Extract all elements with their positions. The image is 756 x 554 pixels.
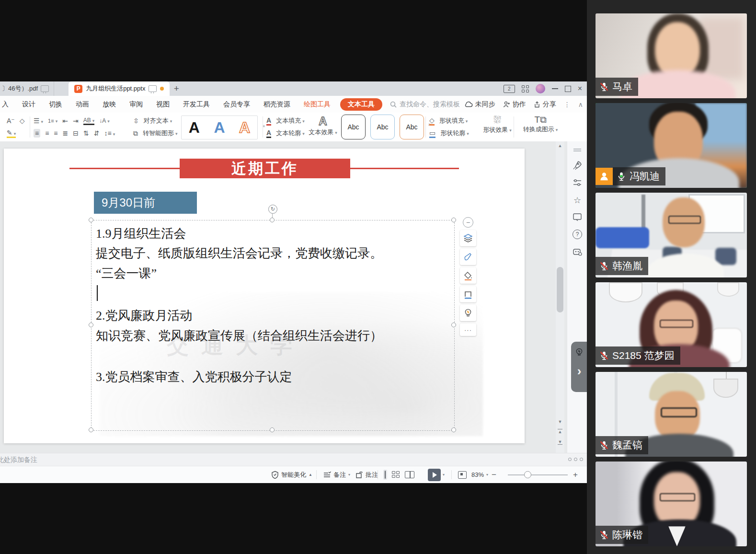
- play-options-caret-icon[interactable]: ▾: [443, 473, 445, 477]
- shape-style-black[interactable]: Abc: [341, 115, 366, 139]
- command-search[interactable]: 查找命令、搜索模板: [390, 100, 460, 109]
- assistant-robot-button[interactable]: [567, 247, 587, 258]
- next-slide-button[interactable]: ▼: [558, 439, 562, 445]
- wordart-style-gallery[interactable]: A A A ≡: [181, 115, 258, 139]
- selection-handle-bottom-left[interactable]: [89, 427, 93, 432]
- format-brush-button[interactable]: [460, 249, 476, 265]
- help-button[interactable]: ?: [567, 230, 587, 239]
- notes-toggle-button[interactable]: 备注 ▾: [323, 466, 350, 483]
- align-right-button[interactable]: ≡: [54, 129, 57, 137]
- outline-color-button[interactable]: [460, 286, 476, 302]
- highlight-pen-icon[interactable]: ✎: [7, 129, 16, 138]
- text-direction-button[interactable]: ↓A: [99, 117, 110, 124]
- line-spacing-up-button[interactable]: ⇅: [83, 129, 89, 137]
- menu-view[interactable]: 视图: [149, 100, 176, 109]
- zoom-out-button[interactable]: −: [492, 466, 496, 483]
- selection-handle-left-mid[interactable]: [89, 323, 93, 327]
- character-spacing-button[interactable]: AB: [83, 117, 95, 125]
- comments-button[interactable]: 批注: [355, 466, 378, 483]
- text-effects-button[interactable]: A 文本效果: [308, 115, 338, 137]
- line-spacing-down-button[interactable]: ⇵: [94, 129, 100, 137]
- menu-member-exclusive[interactable]: 会员专享: [217, 100, 257, 109]
- line-spacing-button[interactable]: ↕≡: [104, 129, 115, 137]
- more-options-button[interactable]: ···: [460, 323, 476, 336]
- participant-tile[interactable]: 马卓: [596, 13, 747, 98]
- selection-handle-bottom-mid[interactable]: [270, 427, 275, 432]
- slide-title[interactable]: 近期工作: [180, 159, 350, 178]
- normal-view-button[interactable]: [383, 470, 387, 480]
- menu-animation[interactable]: 动画: [69, 100, 96, 109]
- participant-tile[interactable]: 陈琳锴: [596, 462, 747, 546]
- scroll-down-icon[interactable]: ▼: [556, 419, 564, 424]
- participant-tile[interactable]: S2185 范梦园: [596, 282, 747, 367]
- active-document-tab[interactable]: P 九月组织生活ppt.pptx: [69, 81, 170, 96]
- participant-tile[interactable]: 韩渔胤: [596, 193, 747, 277]
- body-line-1[interactable]: 1.9月组织生活会: [96, 225, 186, 242]
- menu-insert-partial[interactable]: 入: [0, 100, 15, 109]
- reading-view-button[interactable]: [405, 471, 414, 478]
- new-tab-button[interactable]: +: [170, 81, 183, 96]
- app-grid-icon[interactable]: [522, 85, 529, 92]
- shape-fill-button[interactable]: 形状填充: [439, 116, 468, 125]
- numbered-list-button[interactable]: 1≡: [48, 118, 57, 124]
- previous-slide-button[interactable]: ▲: [558, 429, 562, 434]
- align-center-button[interactable]: ≡: [45, 129, 49, 137]
- zoom-slider-track[interactable]: [508, 474, 568, 475]
- sync-status[interactable]: 未同步: [464, 100, 495, 109]
- smart-beautify-button[interactable]: 智能美化 ▲: [271, 466, 312, 483]
- slide[interactable]: 交通大学 近期工作 9月30日前 ↻ 1.9月组织生活会 提交电子、纸质版组织生…: [4, 149, 525, 443]
- menu-design[interactable]: 设计: [15, 100, 42, 109]
- menu-docer-resources[interactable]: 稻壳资源: [257, 100, 297, 109]
- slideshow-play-button[interactable]: [428, 469, 441, 481]
- zoom-slider[interactable]: [508, 466, 568, 483]
- justify-button[interactable]: ≣: [63, 129, 69, 137]
- menu-transition[interactable]: 切换: [42, 100, 69, 109]
- align-left-button[interactable]: ≡: [34, 129, 40, 138]
- restore-button[interactable]: [565, 86, 571, 92]
- share-button[interactable]: 分享: [534, 100, 556, 109]
- account-avatar[interactable]: [536, 84, 545, 93]
- collapse-ribbon-icon[interactable]: ∧: [578, 101, 583, 108]
- fit-to-window-button[interactable]: [458, 466, 467, 483]
- background-document-tab[interactable]: 〕46号）.pdf: [0, 81, 54, 96]
- selection-handle-bottom-right[interactable]: [451, 427, 456, 432]
- selection-handle-right-mid[interactable]: [451, 323, 456, 327]
- collapsed-panel-toggle[interactable]: ›: [571, 342, 587, 392]
- participant-tile[interactable]: 魏孟镐: [596, 372, 747, 457]
- convert-to-diagram-button[interactable]: T⧉ 转换成图示: [517, 115, 563, 134]
- body-line-3[interactable]: “三会一课”: [96, 265, 157, 282]
- wordart-style-orange[interactable]: A: [239, 119, 250, 137]
- more-options-icon[interactable]: ⋮: [564, 101, 571, 108]
- layer-order-button[interactable]: [460, 230, 476, 246]
- to-smart-graphic-button[interactable]: 转智能图形: [143, 129, 178, 138]
- menu-developer-tools[interactable]: 开发工具: [176, 100, 217, 109]
- selection-handle-top-left[interactable]: [89, 218, 93, 222]
- menu-text-tools-active[interactable]: 文本工具: [340, 98, 382, 111]
- shape-outline-button[interactable]: 形状轮廓: [440, 129, 469, 138]
- menu-review[interactable]: 审阅: [123, 100, 149, 109]
- fill-color-button[interactable]: [460, 267, 476, 284]
- bullet-list-button[interactable]: ☰: [34, 117, 43, 125]
- shape-style-gallery[interactable]: Abc Abc Abc ≡: [341, 115, 424, 139]
- slide-sorter-view-button[interactable]: [392, 471, 400, 479]
- close-button[interactable]: ×: [578, 85, 582, 92]
- selection-handle-top-mid[interactable]: [270, 218, 275, 222]
- shape-style-blue[interactable]: Abc: [370, 115, 395, 139]
- date-label-box[interactable]: 9月30日前: [94, 192, 197, 214]
- selection-handle-top-right[interactable]: [451, 218, 456, 222]
- smart-recommend-button[interactable]: [460, 305, 476, 321]
- decrease-indent-button[interactable]: ⇤: [62, 117, 68, 125]
- menu-drawing-tools[interactable]: 绘图工具: [297, 100, 337, 109]
- document-switch-icon[interactable]: 2: [504, 85, 515, 93]
- body-line-4[interactable]: 2.党风廉政月活动: [96, 307, 193, 324]
- distribute-button[interactable]: ⊟: [73, 129, 79, 137]
- favorites-star-button[interactable]: ☆: [567, 195, 587, 206]
- body-line-6[interactable]: 3.党员档案审查、入党积极分子认定: [96, 369, 292, 385]
- participant-tile-speaking[interactable]: 冯凯迪: [596, 103, 747, 188]
- rotate-handle[interactable]: ↻: [268, 205, 277, 214]
- wordart-style-black[interactable]: A: [189, 119, 200, 137]
- notes-bar[interactable]: 此处添加备注: [0, 453, 587, 466]
- shape-style-orange[interactable]: Abc: [400, 115, 424, 139]
- text-fill-button[interactable]: 文本填充: [276, 116, 305, 125]
- collaborate-button[interactable]: 协作: [503, 100, 526, 109]
